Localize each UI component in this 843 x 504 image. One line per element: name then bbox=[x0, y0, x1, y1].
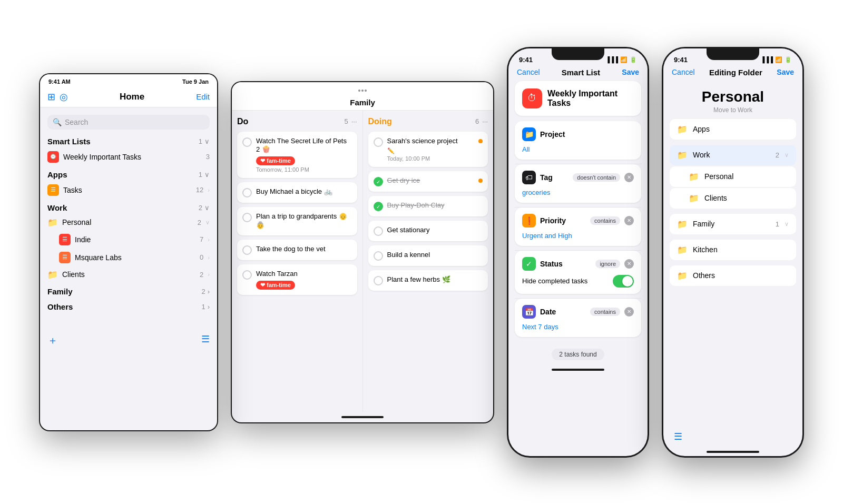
date-remove-button[interactable]: ✕ bbox=[624, 307, 634, 317]
filter-priority[interactable]: ❗ Priority contains ✕ Urgent and High bbox=[515, 207, 641, 246]
bottom-list-icon[interactable]: ☰ bbox=[674, 431, 682, 442]
save2-button[interactable]: Save bbox=[777, 68, 794, 76]
task-card[interactable]: Watch The Secret Life of Pets 2 🍿 ❤ fam-… bbox=[237, 132, 357, 179]
task-text: Sarah's science project bbox=[387, 137, 458, 146]
priority-icon: ❗ bbox=[522, 214, 536, 228]
task-card[interactable]: Plant a few herbs 🌿 bbox=[368, 270, 488, 291]
smart-list-hero: ⏱ Weekly Important Tasks bbox=[515, 81, 641, 116]
grid-icon[interactable]: ⊞ bbox=[47, 91, 55, 103]
folder-item-others[interactable]: 📁 Others bbox=[670, 265, 796, 286]
folder-list: 📁 Apps 📁 Work 2 ∨ 📁 Personal bbox=[663, 119, 802, 427]
hide-completed-toggle[interactable] bbox=[613, 275, 634, 288]
kanban-columns: Do 5 ··· Watch The Secret Life of Pets 2… bbox=[232, 111, 493, 412]
phone-status-time: 9:41 bbox=[519, 56, 533, 64]
filter-icon[interactable]: ☰ bbox=[201, 333, 210, 348]
task-text: Watch Tarzan bbox=[256, 270, 298, 279]
task-card[interactable]: ✓ Buy Play-Doh Clay bbox=[368, 196, 488, 216]
task-text: Plant a few herbs 🌿 bbox=[387, 275, 450, 284]
signal2-icon: ▐▐▐ bbox=[761, 56, 773, 63]
filter-tag[interactable]: 🏷 Tag doesn't contain ✕ groceries bbox=[515, 164, 641, 203]
edit-button[interactable]: Edit bbox=[196, 92, 210, 101]
hide-completed-label: Hide completed tasks bbox=[522, 277, 587, 285]
tasks-label: Tasks bbox=[63, 186, 192, 194]
task-card[interactable]: Get stationary bbox=[368, 221, 488, 241]
smart-lists-chevron-icon[interactable]: ∨ bbox=[204, 137, 210, 145]
kanban-title: Family bbox=[350, 98, 375, 107]
others-label: Others bbox=[47, 302, 73, 311]
task-card[interactable]: Take the dog to the vet bbox=[237, 240, 357, 260]
sidebar-item-weekly[interactable]: ⌚ Weekly Important Tasks 3 bbox=[40, 148, 217, 166]
task-checkbox[interactable] bbox=[374, 226, 383, 236]
phone2-notch bbox=[707, 48, 759, 60]
sidebar-item-clients[interactable]: 📁 Clients 2 › bbox=[40, 266, 217, 283]
task-checkbox[interactable]: ✓ bbox=[374, 202, 383, 211]
phone-nav-bar: Cancel Smart List Save bbox=[508, 66, 648, 81]
filter-project[interactable]: 📁 Project All bbox=[515, 121, 641, 160]
family-chevron-icon[interactable]: › bbox=[208, 288, 210, 295]
add-button[interactable]: ＋ bbox=[47, 333, 58, 348]
clients-label: Clients bbox=[62, 270, 195, 279]
folder-item-kitchen[interactable]: 📁 Kitchen bbox=[670, 240, 796, 260]
apps-label: Apps bbox=[47, 170, 67, 179]
apps-chevron-icon[interactable]: ∨ bbox=[204, 171, 210, 179]
task-checkbox[interactable] bbox=[242, 245, 252, 255]
folder-kitchen-icon: 📁 bbox=[677, 245, 688, 255]
kanban-header: Family bbox=[232, 95, 493, 111]
task-checkbox[interactable] bbox=[242, 270, 252, 280]
clients-folder-icon: 📁 bbox=[47, 270, 58, 280]
compass-icon[interactable]: ◎ bbox=[60, 91, 68, 103]
others-count: 1 bbox=[201, 303, 205, 311]
others-chevron-icon[interactable]: › bbox=[208, 303, 210, 311]
status-date: Tue 9 Jan bbox=[182, 78, 209, 85]
folder-item-personal[interactable]: 📁 Personal bbox=[670, 166, 796, 187]
filter-status[interactable]: ✓ Status ignore ✕ Hide completed tasks bbox=[515, 251, 641, 294]
task-checkbox[interactable] bbox=[374, 276, 383, 285]
cancel2-button[interactable]: Cancel bbox=[672, 68, 695, 76]
task-card[interactable]: Watch Tarzan ❤ fam-time bbox=[237, 264, 357, 295]
task-card[interactable]: Sarah's science project ✏️ Today, 10:00 … bbox=[368, 132, 488, 167]
sidebar-item-msquare[interactable]: ☰ Msquare Labs 0 › bbox=[40, 249, 217, 266]
date-icon: 📅 bbox=[522, 305, 536, 319]
task-card[interactable]: Buy Michael a bicycle 🚲 bbox=[237, 182, 357, 203]
folder-item-apps[interactable]: 📁 Apps bbox=[670, 119, 796, 140]
folder-item-family[interactable]: 📁 Family 1 ∨ bbox=[670, 214, 796, 234]
task-card[interactable]: Build a kennel bbox=[368, 245, 488, 266]
sidebar-item-tasks[interactable]: ☰ Tasks 12 › bbox=[40, 181, 217, 199]
tag-value: groceries bbox=[522, 189, 634, 196]
battery-icon: 🔋 bbox=[630, 56, 637, 63]
search-icon: 🔍 bbox=[53, 118, 62, 126]
tablet-kanban: Family Do 5 ··· bbox=[231, 81, 494, 423]
tag-remove-button[interactable]: ✕ bbox=[624, 173, 634, 182]
work-chevron-icon[interactable]: ∨ bbox=[204, 204, 210, 212]
search-bar[interactable]: 🔍 Search bbox=[47, 115, 210, 130]
phone2-status-time: 9:41 bbox=[674, 56, 688, 64]
filter-date[interactable]: 📅 Date contains ✕ Next 7 days bbox=[515, 299, 641, 337]
priority-remove-button[interactable]: ✕ bbox=[624, 216, 634, 225]
task-checkbox[interactable] bbox=[242, 213, 252, 222]
task-card[interactable]: ✓ Get dry ice bbox=[368, 171, 488, 192]
col-do-more-icon[interactable]: ··· bbox=[351, 117, 357, 125]
task-checkbox[interactable] bbox=[242, 137, 252, 147]
others-section: Others 1 › bbox=[40, 300, 217, 313]
task-checkbox[interactable] bbox=[374, 251, 383, 261]
folder-work-label: Work bbox=[693, 151, 770, 159]
sidebar-item-indie[interactable]: ☰ Indie 7 › bbox=[40, 231, 217, 249]
task-card[interactable]: Plan a trip to grandparents 👴👵 bbox=[237, 207, 357, 235]
tasks-found: 2 tasks found bbox=[552, 349, 604, 360]
status-remove-button[interactable]: ✕ bbox=[624, 259, 634, 269]
sidebar-item-personal[interactable]: 📁 Personal 2 ∨ bbox=[40, 214, 217, 231]
folder-item-work[interactable]: 📁 Work 2 ∨ bbox=[670, 145, 796, 165]
task-checkbox[interactable] bbox=[374, 137, 383, 147]
col-doing-more-icon[interactable]: ··· bbox=[482, 117, 488, 125]
task-checkbox[interactable] bbox=[242, 188, 252, 197]
task-checkbox[interactable]: ✓ bbox=[374, 177, 383, 186]
save-button[interactable]: Save bbox=[622, 68, 639, 76]
wifi2-icon: 📶 bbox=[775, 56, 782, 63]
cancel-button[interactable]: Cancel bbox=[517, 68, 540, 76]
folder-move-to: Move to Work bbox=[663, 106, 802, 119]
folder-item-clients[interactable]: 📁 Clients bbox=[670, 188, 796, 209]
phone-notch bbox=[552, 48, 604, 60]
folder-family-icon: 📁 bbox=[677, 219, 688, 229]
tasks-icon: ☰ bbox=[47, 184, 59, 196]
folder-kitchen-label: Kitchen bbox=[693, 245, 789, 254]
